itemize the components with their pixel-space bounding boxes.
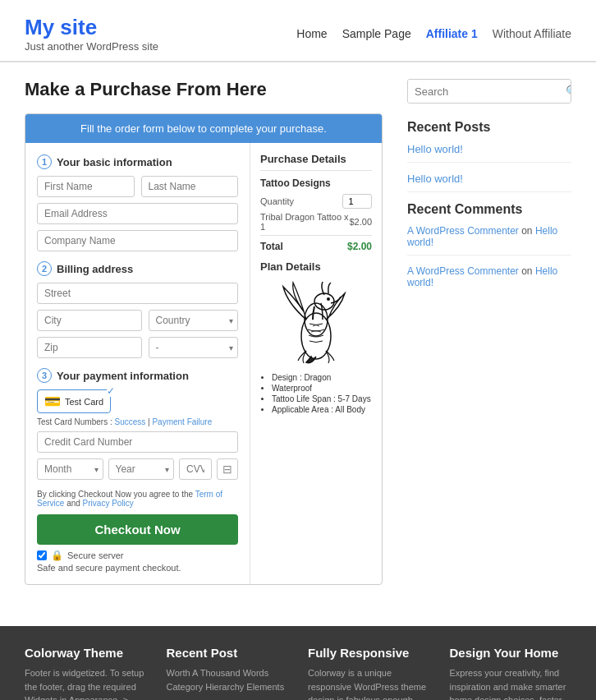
divider2 xyxy=(407,191,571,192)
footer-col2-title: Recent Post xyxy=(167,646,289,660)
purchase-card-header: Fill the order form below to complete yo… xyxy=(25,114,382,143)
cvv-info-icon[interactable]: ⊟ xyxy=(217,458,238,480)
site-branding: My site Just another WordPress site xyxy=(25,15,158,53)
form-right: Purchase Details Tattoo Designs Quantity… xyxy=(250,143,382,584)
quantity-input[interactable] xyxy=(342,194,372,209)
commenter-2-link[interactable]: A WordPress Commenter xyxy=(407,265,519,277)
checkout-button[interactable]: Checkout Now xyxy=(37,514,238,545)
search-button[interactable]: 🔍 xyxy=(559,80,571,103)
cvv-input[interactable] xyxy=(179,458,212,480)
bullet-area: Applicable Area : All Body xyxy=(272,405,372,414)
form-body: 1 Your basic information xyxy=(25,143,382,584)
month-year-cvv-row: Month Year ⊟ xyxy=(37,458,238,480)
zip-input[interactable] xyxy=(37,337,142,358)
footer-col1-title: Colorway Theme xyxy=(25,646,147,660)
year-select-wrapper: Year xyxy=(108,458,175,480)
cc-number-input[interactable] xyxy=(37,431,238,453)
company-input[interactable] xyxy=(37,230,238,251)
month-select[interactable]: Month xyxy=(37,458,103,480)
footer-col3-text: Colorway is a unique responsive WordPres… xyxy=(308,666,430,700)
test-card-info: Test Card Numbers : Success | Payment Fa… xyxy=(37,417,238,426)
year-select[interactable]: Year xyxy=(108,458,175,480)
site-title: My site xyxy=(25,15,158,40)
total-row: Total $2.00 xyxy=(260,235,372,252)
nav-sample-page[interactable]: Sample Page xyxy=(342,27,411,40)
secure-server-label: 🔒 Secure server xyxy=(37,550,238,561)
item-price-row: Tribal Dragon Tattoo x 1 $2.00 xyxy=(260,212,372,232)
nav-affiliate1[interactable]: Affiliate 1 xyxy=(426,27,478,40)
form-left: 1 Your basic information xyxy=(25,143,250,584)
credit-card-icon: 💳 xyxy=(44,394,61,409)
sidebar: 🔍 Recent Posts Hello world! Hello world!… xyxy=(407,79,571,585)
section1-title: 1 Your basic information xyxy=(37,154,238,169)
plan-bullets: Design : Dragon Waterproof Tattoo Life S… xyxy=(260,373,372,414)
recent-post-2[interactable]: Hello world! xyxy=(407,173,571,185)
name-row xyxy=(37,176,238,197)
month-select-wrapper: Month xyxy=(37,458,103,480)
footer-col-1: Colorway Theme Footer is widgetized. To … xyxy=(25,646,147,700)
state-select[interactable]: - xyxy=(149,337,239,358)
form-section-billing: 2 Billing address Country xyxy=(37,261,238,358)
search-bar: 🔍 xyxy=(407,79,571,104)
product-name: Tattoo Designs xyxy=(260,177,372,189)
email-row xyxy=(37,203,238,224)
total-amount: $2.00 xyxy=(347,241,372,252)
form-section-basic-info: 1 Your basic information xyxy=(37,154,238,251)
nav-without-affiliate[interactable]: Without Affiliate xyxy=(493,27,571,40)
purchase-details-title: Purchase Details xyxy=(260,153,372,171)
footer-col2-text: Worth A Thousand Words Category Hierarch… xyxy=(167,666,289,693)
section2-title: 2 Billing address xyxy=(37,261,238,276)
first-name-input[interactable] xyxy=(37,176,135,197)
payment-badge: 💳 Test Card ✓ xyxy=(37,389,111,413)
bullet-waterproof: Waterproof xyxy=(272,384,372,393)
svg-point-3 xyxy=(327,297,330,301)
nav-home[interactable]: Home xyxy=(296,27,327,40)
footer-col3-title: Fully Responsive xyxy=(308,646,430,660)
terms-text: By clicking Checkout Now you agree to th… xyxy=(37,490,238,508)
city-input[interactable] xyxy=(37,310,142,331)
city-country-row: Country xyxy=(37,310,238,331)
footer: Colorway Theme Footer is widgetized. To … xyxy=(0,626,596,700)
street-input[interactable] xyxy=(37,283,238,304)
main-nav: Home Sample Page Affiliate 1 Without Aff… xyxy=(296,27,571,40)
state-select-wrapper: - xyxy=(149,337,239,358)
main-container: Make a Purchase From Here Fill the order… xyxy=(0,79,596,610)
recent-post-1[interactable]: Hello world! xyxy=(407,143,571,155)
privacy-link[interactable]: Privacy Policy xyxy=(83,499,134,508)
country-select[interactable]: Country xyxy=(149,310,239,331)
form-section-payment: 3 Your payment information 💳 Test Card ✓… xyxy=(37,368,238,480)
comment-2: A WordPress Commenter on Hello world! xyxy=(407,265,571,288)
search-input[interactable] xyxy=(408,80,559,103)
recent-posts-title: Recent Posts xyxy=(407,120,571,135)
footer-col1-text: Footer is widgetized. To setup the foote… xyxy=(25,666,147,700)
commenter-1-link[interactable]: A WordPress Commenter xyxy=(407,225,519,237)
footer-columns: Colorway Theme Footer is widgetized. To … xyxy=(0,626,596,700)
header-divider xyxy=(0,62,596,62)
last-name-input[interactable] xyxy=(141,176,239,197)
section1-number: 1 xyxy=(37,154,52,169)
section3-title: 3 Your payment information xyxy=(37,368,238,383)
test-card-success-link[interactable]: Success xyxy=(114,417,145,426)
site-tagline: Just another WordPress site xyxy=(25,40,158,53)
cc-number-row xyxy=(37,431,238,453)
divider1 xyxy=(407,162,571,163)
test-card-failure-link[interactable]: Payment Failure xyxy=(152,417,212,426)
section2-number: 2 xyxy=(37,261,52,276)
comment-1: A WordPress Commenter on Hello world! xyxy=(407,225,571,248)
footer-col-3: Fully Responsive Colorway is a unique re… xyxy=(308,646,430,700)
plan-details-title: Plan Details xyxy=(260,260,372,273)
section3-number: 3 xyxy=(37,368,52,383)
purchase-card: Fill the order form below to complete yo… xyxy=(25,113,383,585)
dragon-image xyxy=(260,278,372,368)
content-area: Make a Purchase From Here Fill the order… xyxy=(25,79,383,585)
secure-checkbox[interactable] xyxy=(37,550,47,560)
footer-col-4: Design Your Home Express your creativity… xyxy=(450,646,572,700)
email-input[interactable] xyxy=(37,203,238,224)
bullet-lifespan: Tattoo Life Span : 5-7 Days xyxy=(272,394,372,403)
footer-col-2: Recent Post Worth A Thousand Words Categ… xyxy=(167,646,289,700)
recent-comments-title: Recent Comments xyxy=(407,202,571,217)
street-row xyxy=(37,283,238,304)
page-heading: Make a Purchase From Here xyxy=(25,79,383,100)
bullet-design: Design : Dragon xyxy=(272,373,372,382)
footer-col4-text: Express your creativity, find inspiratio… xyxy=(450,666,572,700)
